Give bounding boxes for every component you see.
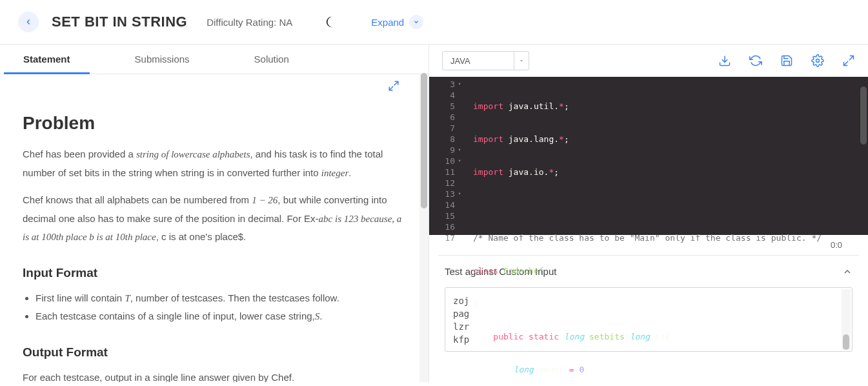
reset-icon[interactable]	[749, 54, 762, 67]
tab-statement[interactable]: Statement	[4, 45, 90, 74]
list-item: Each testcase contains of a single line …	[35, 307, 406, 326]
list-item: First line will contain T, number of tes…	[35, 289, 406, 308]
scrollbar[interactable]	[842, 289, 851, 350]
code-editor[interactable]: 3 4 5 6 7 8 9 10 11 12 13 14 15 16 17 im…	[429, 77, 868, 235]
scrollbar-thumb[interactable]	[843, 334, 849, 350]
difficulty-rating: Difficulty Rating: NA	[207, 17, 292, 28]
gutter: 3 4 5 6 7 8 9 10 11 12 13 14 15 16 17	[429, 77, 461, 235]
scrollbar-thumb[interactable]	[860, 86, 867, 145]
tab-solution[interactable]: Solution	[235, 45, 308, 74]
custom-input-textarea[interactable]: zoj pag lzr kfp	[445, 287, 853, 352]
scrollbar[interactable]	[419, 73, 429, 382]
page-title: SET BIT IN STRING	[52, 14, 187, 30]
input-format-list: First line will contain T, number of tes…	[23, 289, 406, 326]
tabs: Statement Submissions Solution	[0, 45, 429, 74]
code-area[interactable]: import java.util.*; import java.lang.*; …	[461, 77, 868, 235]
editor-scrollbar[interactable]	[859, 86, 868, 235]
scrollbar-thumb[interactable]	[421, 73, 427, 208]
left-panel: Statement Submissions Solution Problem C…	[0, 45, 429, 382]
right-panel: JAVA 3 4 5 6 7 8 9 10 11	[429, 45, 868, 382]
problem-p2: Chef knows that all alphabets can be num…	[23, 191, 406, 247]
editor-toolbar: JAVA	[429, 45, 868, 77]
settings-icon[interactable]	[811, 54, 824, 67]
main: Statement Submissions Solution Problem C…	[0, 45, 868, 382]
output-format-heading: Output Format	[23, 345, 406, 360]
download-icon[interactable]	[718, 54, 731, 67]
output-format-p: For each testcase, output in a single li…	[23, 369, 406, 383]
fullscreen-icon[interactable]	[842, 54, 855, 67]
expand-problem-icon[interactable]	[388, 80, 399, 92]
language-select[interactable]: JAVA	[442, 51, 529, 70]
dark-mode-icon[interactable]	[325, 15, 339, 29]
arrow-left-icon	[24, 17, 33, 26]
chevron-down-icon	[409, 15, 423, 29]
chevron-down-icon	[514, 52, 529, 70]
expand-button[interactable]: Expand	[371, 15, 423, 29]
back-button[interactable]	[18, 12, 39, 32]
input-format-heading: Input Format	[23, 266, 406, 280]
problem-content: Problem Chef has been provided a string …	[0, 74, 429, 382]
problem-p1: Chef has been provided a string of lower…	[23, 145, 406, 182]
svg-point-0	[816, 59, 820, 63]
header: SET BIT IN STRING Difficulty Rating: NA …	[0, 0, 868, 44]
problem-heading: Problem	[23, 113, 406, 134]
save-icon[interactable]	[780, 54, 793, 67]
tab-submissions[interactable]: Submissions	[116, 45, 209, 74]
